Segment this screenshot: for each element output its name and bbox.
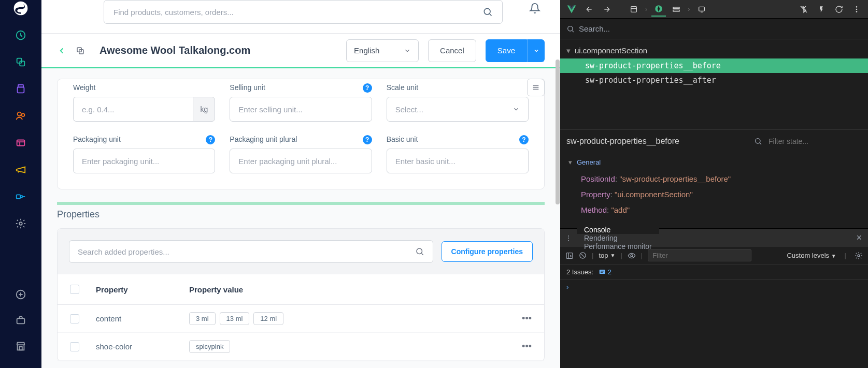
- packaging-unit-input[interactable]: [73, 149, 215, 173]
- packaging-unit-plural-label: Packaging unit plural: [230, 135, 372, 143]
- svg-line-42: [760, 143, 761, 144]
- bluetooth-off-icon[interactable]: [796, 2, 811, 17]
- help-icon[interactable]: ?: [363, 83, 372, 93]
- nav-back-icon[interactable]: [582, 2, 596, 17]
- console-filter-input[interactable]: [648, 249, 751, 261]
- state-inspector: sw-product-properties__before ▾General P…: [560, 129, 868, 228]
- extensions-icon[interactable]: [15, 190, 27, 203]
- tree-item[interactable]: sw-product-properties__before: [560, 58, 868, 73]
- scrollbar[interactable]: [556, 60, 560, 204]
- orders-icon[interactable]: [15, 83, 27, 95]
- properties-search[interactable]: [69, 240, 433, 263]
- svg-rect-15: [18, 345, 24, 350]
- help-icon[interactable]: ?: [363, 135, 372, 144]
- packaging-unit-plural-input[interactable]: [230, 149, 372, 173]
- property-name: shoe-color: [96, 342, 189, 351]
- save-dropdown[interactable]: [527, 39, 545, 62]
- dashboard-icon[interactable]: [15, 29, 27, 41]
- refresh-icon[interactable]: [832, 2, 846, 17]
- sidebar-toggle-icon[interactable]: [565, 252, 574, 260]
- cancel-button[interactable]: Cancel: [428, 39, 476, 62]
- issues-bar[interactable]: 2 Issues: 2: [560, 264, 868, 280]
- svg-line-18: [490, 14, 492, 16]
- weight-label: Weight: [73, 83, 215, 92]
- row-actions-icon[interactable]: •••: [511, 313, 532, 324]
- svg-point-17: [484, 8, 490, 14]
- vue-icon[interactable]: [564, 2, 579, 17]
- svg-point-24: [417, 248, 422, 254]
- weight-input[interactable]: [73, 97, 193, 122]
- live-expr-icon[interactable]: [628, 252, 636, 260]
- svg-point-39: [568, 26, 573, 31]
- scale-unit-select[interactable]: Select...: [387, 97, 529, 122]
- briefcase-icon[interactable]: [15, 314, 27, 327]
- row-actions-icon[interactable]: •••: [511, 341, 532, 352]
- filter-state-input[interactable]: [769, 137, 862, 145]
- content-icon[interactable]: [15, 137, 27, 149]
- layers-icon[interactable]: [669, 2, 684, 17]
- main-sidebar: [0, 0, 41, 368]
- svg-point-5: [22, 113, 25, 116]
- store-icon[interactable]: [15, 340, 27, 352]
- context-select[interactable]: top ▼: [599, 252, 615, 259]
- save-button[interactable]: Save: [486, 39, 527, 62]
- tree-root[interactable]: ▾ui.componentSection: [560, 43, 868, 58]
- flash-icon[interactable]: [814, 2, 829, 17]
- components-tab-icon[interactable]: [627, 2, 641, 17]
- help-icon[interactable]: ?: [519, 135, 529, 144]
- value-chip[interactable]: 13 ml: [220, 312, 250, 325]
- global-search[interactable]: [104, 0, 503, 24]
- value-chip[interactable]: 3 ml: [189, 312, 216, 325]
- state-section[interactable]: ▾General: [568, 156, 860, 169]
- clear-console-icon[interactable]: [579, 252, 587, 259]
- configure-properties-button[interactable]: Configure properties: [442, 241, 533, 262]
- search-icon: [482, 7, 493, 17]
- back-icon[interactable]: [57, 46, 66, 55]
- nav-forward-icon[interactable]: [600, 2, 614, 17]
- devtools-panel: › › ▾ui.componentSection sw-product-prop…: [560, 0, 868, 368]
- toc-button[interactable]: [527, 79, 545, 96]
- log-levels-select[interactable]: Custom levels ▼: [787, 252, 836, 259]
- global-search-input[interactable]: [113, 8, 482, 17]
- duplicate-icon[interactable]: [76, 46, 85, 55]
- tree-item[interactable]: sw-product-properties__after: [560, 73, 868, 88]
- console-settings-icon[interactable]: [855, 252, 863, 260]
- settings-icon[interactable]: [15, 217, 27, 230]
- devtools-search-input[interactable]: [579, 24, 862, 33]
- row-checkbox[interactable]: [70, 342, 79, 351]
- close-drawer-icon[interactable]: ×: [850, 232, 868, 243]
- more-icon[interactable]: [849, 2, 864, 17]
- property-values: 3 ml13 ml12 ml: [189, 312, 511, 325]
- svg-rect-14: [17, 318, 25, 323]
- console-prompt-icon: ›: [566, 283, 568, 291]
- language-select[interactable]: English: [346, 39, 419, 62]
- inspector-icon[interactable]: [694, 2, 709, 17]
- svg-point-36: [856, 6, 858, 8]
- selected-component: sw-product-properties__before: [566, 137, 748, 146]
- console-body[interactable]: ›: [560, 280, 868, 368]
- console-tab[interactable]: Rendering: [577, 234, 659, 242]
- devtools-search[interactable]: [560, 19, 868, 39]
- notifications-icon[interactable]: [529, 3, 540, 14]
- add-icon[interactable]: [15, 288, 27, 301]
- page-bar: Awesome Wool Talkalong.com English Cance…: [41, 33, 560, 68]
- select-all-checkbox[interactable]: [70, 285, 79, 294]
- value-chip[interactable]: spicypink: [189, 340, 230, 353]
- app-logo[interactable]: [0, 0, 41, 13]
- measures-card: Weight kg Selling unit ? Scale unit Sele…: [57, 79, 545, 189]
- properties-search-input[interactable]: [78, 247, 415, 256]
- marketing-icon[interactable]: [15, 164, 27, 176]
- row-checkbox[interactable]: [70, 314, 79, 323]
- timeline-tab-icon[interactable]: [651, 2, 666, 17]
- drawer-more-icon[interactable]: ⋮: [560, 234, 577, 242]
- svg-rect-33: [699, 7, 704, 11]
- console-tab[interactable]: Console: [577, 226, 659, 234]
- basic-unit-input[interactable]: [387, 149, 529, 173]
- property-name: content: [96, 314, 189, 323]
- table-row: content 3 ml13 ml12 ml •••: [58, 305, 544, 333]
- svg-rect-16: [19, 347, 22, 350]
- selling-unit-input[interactable]: [230, 97, 372, 122]
- value-chip[interactable]: 12 ml: [253, 312, 283, 325]
- catalog-icon[interactable]: [15, 56, 27, 68]
- customers-icon[interactable]: [15, 110, 27, 122]
